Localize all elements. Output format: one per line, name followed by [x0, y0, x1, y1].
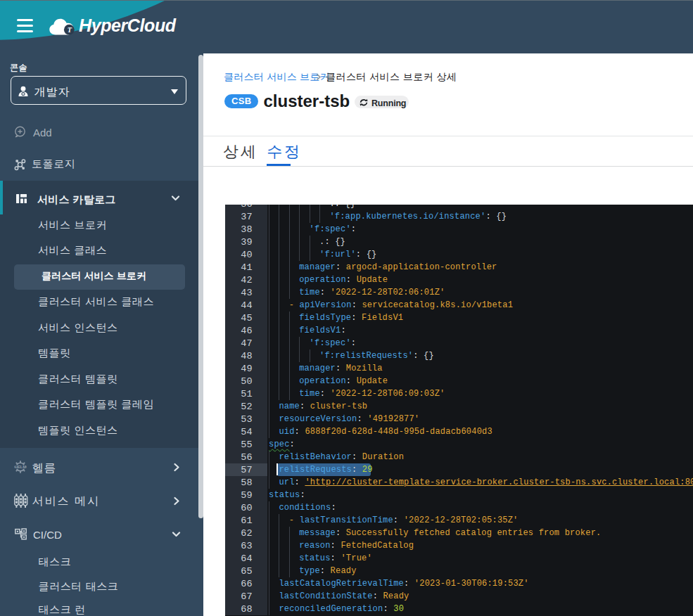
- svg-text:HELM: HELM: [15, 464, 26, 469]
- svg-text:T: T: [68, 26, 72, 34]
